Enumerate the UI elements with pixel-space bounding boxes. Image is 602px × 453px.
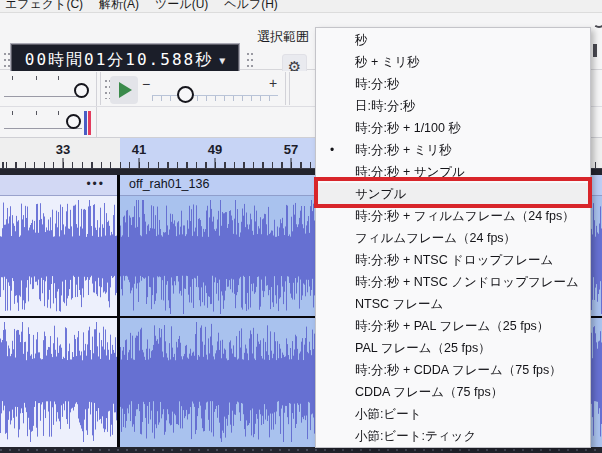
speed-slider-ticks: [152, 96, 278, 101]
speed-slider-knob[interactable]: [177, 86, 194, 103]
toolbar-grip[interactable]: [245, 50, 253, 72]
menu-item-label: 時:分:秒 + 1/100 秒: [355, 121, 461, 135]
toolbar-separator: [285, 72, 286, 105]
menu-item-label: 秒: [355, 33, 368, 47]
selected-bullet-icon: •: [330, 139, 334, 161]
scrollbar-texture: [0, 449, 602, 451]
ruler-major-tick: [139, 158, 140, 168]
time-format-menu-item[interactable]: 時:分:秒 + PAL フレーム（25 fps）: [316, 315, 590, 337]
time-format-menu-item[interactable]: NTSC フレーム: [316, 293, 590, 315]
menu-item-analyze[interactable]: 解析(A): [99, 0, 139, 13]
time-format-menu-item[interactable]: CDDA フレーム（75 fps）: [316, 381, 590, 403]
menu-item-label: 時:分:秒: [355, 77, 399, 91]
time-format-menu-item[interactable]: 秒 + ミリ秒: [316, 51, 590, 73]
time-format-menu-item[interactable]: 時:分:秒: [316, 73, 590, 95]
slider-tick: [36, 76, 37, 80]
menu-item-label: 日:時:分:秒: [355, 99, 415, 113]
menu-item-label: 時:分:秒 + PAL フレーム（25 fps）: [355, 319, 549, 333]
dropdown-caret-icon[interactable]: ▼: [219, 55, 225, 66]
meter-level-bar-red: [88, 111, 91, 135]
play-at-speed-button[interactable]: [110, 76, 138, 104]
clip-overflow-dots[interactable]: •••: [86, 177, 105, 191]
time-format-menu-item[interactable]: PAL フレーム（25 fps）: [316, 337, 590, 359]
menu-item-label: 秒 + ミリ秒: [355, 55, 420, 69]
menu-bar: エフェクト(C) 解析(A) ツール(U) ヘルプ(H): [0, 0, 602, 13]
play-icon: [119, 82, 132, 98]
menu-item-label: NTSC フレーム: [355, 297, 443, 311]
menu-item-help[interactable]: ヘルプ(H): [224, 0, 278, 13]
time-format-menu-item[interactable]: 時:分:秒 + NTSC ドロップフレーム: [316, 249, 590, 271]
time-format-menu-item[interactable]: 小節:ビート:ティック: [316, 425, 590, 447]
time-format-menu-item[interactable]: 時:分:秒 + 1/100 秒: [316, 117, 590, 139]
toolbar-separator: [100, 72, 101, 105]
volume-slider-knob[interactable]: [74, 83, 89, 98]
ruler-major-tick: [63, 158, 64, 168]
slider-tick: [36, 111, 37, 115]
time-format-menu-item[interactable]: 日:時:分:秒: [316, 95, 590, 117]
menu-item-label: 小節:ビート: [355, 407, 422, 421]
time-format-menu: 秒秒 + ミリ秒時:分:秒日:時:分:秒時:分:秒 + 1/100 秒•時:分:…: [315, 27, 591, 448]
menu-item-label: 時:分:秒 + CDDA フレーム（75 fps）: [355, 363, 562, 377]
toolbar-icon-fragment: [593, 16, 602, 28]
toolbar-grip[interactable]: [2, 50, 10, 72]
menu-item-effect[interactable]: エフェクト(C): [5, 0, 83, 13]
time-format-menu-item[interactable]: 時:分:秒 + CDDA フレーム（75 fps）: [316, 359, 590, 381]
time-format-menu-item[interactable]: フィルムフレーム（24 fps）: [316, 227, 590, 249]
menu-item-label: 時:分:秒 + ミリ秒: [355, 143, 452, 157]
clip-header-left[interactable]: •••: [0, 175, 119, 196]
volume-slider-track[interactable]: [4, 96, 86, 97]
speed-minus-label: −: [142, 76, 150, 92]
time-display-value: 00時間01分10.588秒: [25, 50, 213, 71]
toolbar-separator: [96, 107, 97, 137]
toolbar-separator: [289, 72, 290, 105]
time-format-menu-items: 秒秒 + ミリ秒時:分:秒日:時:分:秒時:分:秒 + 1/100 秒•時:分:…: [316, 29, 590, 447]
selection-range-label: 選択範囲: [257, 28, 309, 46]
clip-boundary-line[interactable]: [117, 175, 120, 447]
ruler-major-tick: [215, 158, 216, 168]
ruler-major-tick: [291, 158, 292, 168]
menu-item-label: 小節:ビート:ティック: [355, 429, 476, 443]
ruler-number: 41: [132, 142, 146, 157]
time-format-menu-item[interactable]: 時:分:秒 + フィルムフレーム（24 fps）: [316, 205, 590, 227]
slider-tick: [12, 111, 13, 115]
time-format-menu-item[interactable]: 秒: [316, 29, 590, 51]
highlight-red-box: [314, 177, 592, 208]
ruler-number: 57: [284, 142, 298, 157]
slider-tick: [12, 76, 13, 80]
time-format-menu-item[interactable]: •時:分:秒 + ミリ秒: [316, 139, 590, 161]
menu-item-label: 時:分:秒 + NTSC ドロップフレーム: [355, 253, 553, 267]
time-format-menu-item[interactable]: 小節:ビート: [316, 403, 590, 425]
ruler-number: 33: [56, 142, 70, 157]
menu-item-label: CDDA フレーム（75 fps）: [355, 385, 503, 399]
menu-item-label: フィルムフレーム（24 fps）: [355, 231, 516, 245]
speed-plus-label: +: [269, 75, 277, 91]
meter-level-bar-blue: [84, 111, 87, 135]
slider-tick: [58, 76, 59, 80]
clip-title: off_rah01_136: [129, 177, 209, 191]
menu-item-tools[interactable]: ツール(U): [155, 0, 208, 13]
menu-item-label: 時:分:秒 + フィルムフレーム（24 fps）: [355, 209, 575, 223]
menu-item-label: 時:分:秒 + NTSC ノンドロップフレーム: [355, 275, 579, 289]
time-format-menu-item[interactable]: 時:分:秒 + NTSC ノンドロップフレーム: [316, 271, 590, 293]
gain-slider-knob[interactable]: [66, 114, 81, 129]
ruler-number: 49: [208, 142, 222, 157]
toolbar-icon-fragment: [593, 44, 597, 57]
menu-item-label: PAL フレーム（25 fps）: [355, 341, 491, 355]
slider-tick: [58, 111, 59, 115]
